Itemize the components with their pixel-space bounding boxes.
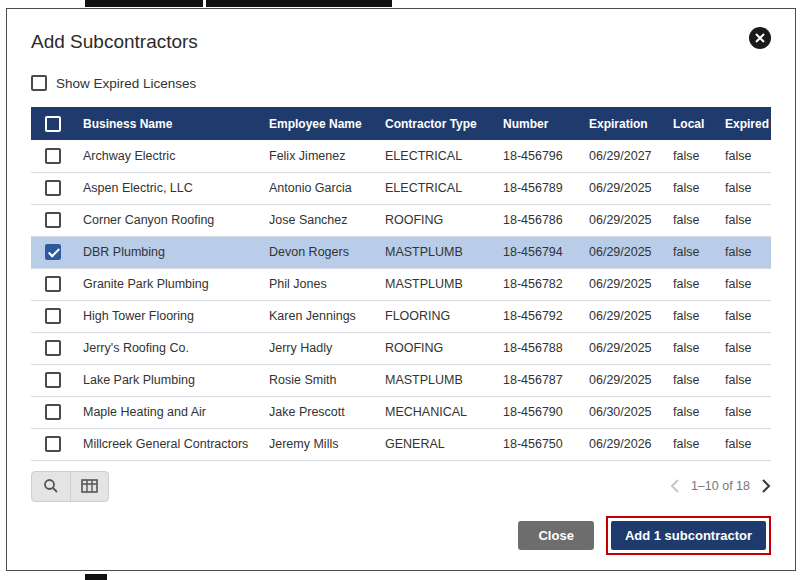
cell-expiration: 06/29/2025: [581, 172, 665, 204]
cell-employee-name: Antonio Garcia: [261, 172, 377, 204]
pagination-label: 1–10 of 18: [691, 479, 750, 493]
prev-page-icon[interactable]: [670, 479, 679, 493]
cell-expired: false: [717, 236, 771, 268]
cell-number: 18-456792: [495, 300, 581, 332]
cell-expiration: 06/29/2027: [581, 140, 665, 172]
row-checkbox[interactable]: [45, 244, 61, 260]
cell-expiration: 06/30/2025: [581, 396, 665, 428]
table-row[interactable]: Lake Park Plumbing Rosie Smith MASTPLUMB…: [31, 364, 771, 396]
cell-expired: false: [717, 364, 771, 396]
cell-number: 18-456789: [495, 172, 581, 204]
cell-expired: false: [717, 332, 771, 364]
cell-business-name: Millcreek General Contractors: [75, 428, 261, 460]
row-checkbox[interactable]: [45, 276, 61, 292]
row-checkbox[interactable]: [45, 148, 61, 164]
col-header-expired: Expired: [717, 107, 771, 140]
row-checkbox[interactable]: [45, 308, 61, 324]
cell-expired: false: [717, 172, 771, 204]
cell-number: 18-456750: [495, 428, 581, 460]
cell-employee-name: Karen Jennings: [261, 300, 377, 332]
cell-contractor-type: GENERAL: [377, 428, 495, 460]
row-checkbox[interactable]: [45, 212, 61, 228]
cell-contractor-type: MASTPLUMB: [377, 364, 495, 396]
cell-expiration: 06/29/2025: [581, 364, 665, 396]
table-row[interactable]: High Tower Flooring Karen Jennings FLOOR…: [31, 300, 771, 332]
cell-number: 18-456796: [495, 140, 581, 172]
row-checkbox[interactable]: [45, 404, 61, 420]
add-subcontractor-button[interactable]: Add 1 subcontractor: [611, 521, 766, 550]
pagination: 1–10 of 18: [670, 479, 771, 493]
cell-number: 18-456790: [495, 396, 581, 428]
row-checkbox[interactable]: [45, 372, 61, 388]
show-expired-label: Show Expired Licenses: [56, 76, 196, 91]
table-row[interactable]: DBR Plumbing Devon Rogers MASTPLUMB 18-4…: [31, 236, 771, 268]
cell-expiration: 06/29/2025: [581, 204, 665, 236]
show-expired-licenses-toggle[interactable]: Show Expired Licenses: [31, 75, 196, 91]
col-header-contractor-type: Contractor Type: [377, 107, 495, 140]
cell-local: false: [665, 172, 717, 204]
cell-contractor-type: MASTPLUMB: [377, 268, 495, 300]
table-row[interactable]: Granite Park Plumbing Phil Jones MASTPLU…: [31, 268, 771, 300]
cell-expiration: 06/29/2025: [581, 300, 665, 332]
cell-employee-name: Jose Sanchez: [261, 204, 377, 236]
modal-actions: Close Add 1 subcontractor: [31, 516, 771, 555]
page-background: Add Subcontractors Show Expired Licenses…: [0, 0, 802, 580]
cell-local: false: [665, 268, 717, 300]
show-expired-checkbox[interactable]: [31, 75, 47, 91]
cell-local: false: [665, 236, 717, 268]
row-checkbox[interactable]: [45, 436, 61, 452]
row-checkbox[interactable]: [45, 340, 61, 356]
cell-local: false: [665, 428, 717, 460]
cell-business-name: Aspen Electric, LLC: [75, 172, 261, 204]
cell-business-name: Corner Canyon Roofing: [75, 204, 261, 236]
cell-expired: false: [717, 428, 771, 460]
cell-employee-name: Rosie Smith: [261, 364, 377, 396]
table-row[interactable]: Corner Canyon Roofing Jose Sanchez ROOFI…: [31, 204, 771, 236]
modal-header: Add Subcontractors: [31, 27, 771, 53]
cell-expiration: 06/29/2025: [581, 236, 665, 268]
cell-employee-name: Devon Rogers: [261, 236, 377, 268]
cell-expired: false: [717, 396, 771, 428]
cell-business-name: Lake Park Plumbing: [75, 364, 261, 396]
table-row[interactable]: Aspen Electric, LLC Antonio Garcia ELECT…: [31, 172, 771, 204]
cell-business-name: Archway Electric: [75, 140, 261, 172]
cell-local: false: [665, 140, 717, 172]
cell-number: 18-456782: [495, 268, 581, 300]
table-row[interactable]: Archway Electric Felix Jimenez ELECTRICA…: [31, 140, 771, 172]
cell-expired: false: [717, 204, 771, 236]
col-header-employee-name: Employee Name: [261, 107, 377, 140]
background-content-artifact: [85, 0, 203, 7]
table-row[interactable]: Maple Heating and Air Jake Prescott MECH…: [31, 396, 771, 428]
cell-employee-name: Felix Jimenez: [261, 140, 377, 172]
cell-employee-name: Phil Jones: [261, 268, 377, 300]
cell-contractor-type: FLOORING: [377, 300, 495, 332]
cell-business-name: Granite Park Plumbing: [75, 268, 261, 300]
background-content-artifact: [206, 0, 392, 7]
table-body: Archway Electric Felix Jimenez ELECTRICA…: [31, 140, 771, 460]
next-page-icon[interactable]: [762, 479, 771, 493]
cell-business-name: DBR Plumbing: [75, 236, 261, 268]
search-icon: [43, 478, 59, 494]
cell-contractor-type: ROOFING: [377, 332, 495, 364]
col-header-number: Number: [495, 107, 581, 140]
cell-business-name: Maple Heating and Air: [75, 396, 261, 428]
add-button-highlight: Add 1 subcontractor: [606, 516, 771, 555]
cell-contractor-type: ELECTRICAL: [377, 140, 495, 172]
cell-local: false: [665, 332, 717, 364]
select-all-checkbox[interactable]: [45, 116, 61, 132]
cell-number: 18-456788: [495, 332, 581, 364]
cell-contractor-type: ROOFING: [377, 204, 495, 236]
cell-number: 18-456794: [495, 236, 581, 268]
table-row[interactable]: Jerry's Roofing Co. Jerry Hadly ROOFING …: [31, 332, 771, 364]
close-icon[interactable]: [749, 27, 771, 49]
cell-number: 18-456787: [495, 364, 581, 396]
close-button[interactable]: Close: [518, 521, 593, 550]
search-button[interactable]: [32, 472, 70, 501]
columns-button[interactable]: [70, 472, 108, 501]
table-row[interactable]: Millcreek General Contractors Jeremy Mil…: [31, 428, 771, 460]
cell-expiration: 06/29/2026: [581, 428, 665, 460]
x-glyph: [755, 33, 765, 43]
row-checkbox[interactable]: [45, 180, 61, 196]
cell-employee-name: Jake Prescott: [261, 396, 377, 428]
cell-contractor-type: MECHANICAL: [377, 396, 495, 428]
